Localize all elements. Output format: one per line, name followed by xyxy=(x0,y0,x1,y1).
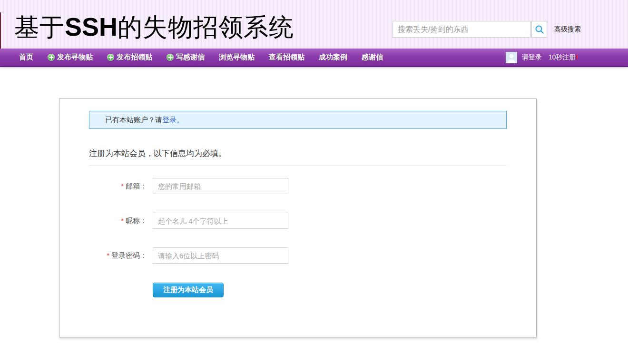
header-left-accent xyxy=(0,12,1,49)
email-label: *邮箱： xyxy=(89,182,147,191)
nav-item-write-thanks[interactable]: 写感谢信 xyxy=(167,53,205,62)
register-form: *邮箱： *昵称： *登录密码： 注册为本站会员 xyxy=(89,178,507,297)
register-submit-button[interactable]: 注册为本站会员 xyxy=(153,283,224,297)
plus-icon xyxy=(48,54,55,61)
plus-icon xyxy=(167,54,174,61)
password-label: *登录密码： xyxy=(89,251,147,260)
nav-item-label: 首页 xyxy=(19,53,33,62)
alert-text-suffix: 。 xyxy=(177,116,184,124)
register-exclamation: ! xyxy=(576,53,578,61)
email-label-text: 邮箱： xyxy=(126,182,147,190)
register-card: 已有本站账户？请登录。 注册为本站会员，以下信息均为必填。 *邮箱： *昵称： … xyxy=(59,98,537,337)
email-field[interactable] xyxy=(153,178,288,194)
nickname-label-text: 昵称： xyxy=(126,216,147,225)
nav-item-label: 查看招领贴 xyxy=(269,53,304,62)
site-title-prefix: 基于 xyxy=(14,14,65,41)
button-row: 注册为本站会员 xyxy=(153,283,507,297)
register-form-heading: 注册为本站会员，以下信息均为必填。 xyxy=(89,148,507,159)
plus-icon xyxy=(107,54,114,61)
site-title: 基于SSH的失物招领系统 xyxy=(14,9,294,46)
search-input[interactable] xyxy=(392,21,530,38)
register-link-label: 10秒注册 xyxy=(549,53,576,61)
advanced-search-link[interactable]: 高级搜索 xyxy=(554,21,581,38)
page-header: 基于SSH的失物招领系统 高级搜索 xyxy=(0,0,628,49)
nickname-field[interactable] xyxy=(153,213,288,229)
password-label-text: 登录密码： xyxy=(111,251,147,259)
form-row-email: *邮箱： xyxy=(89,178,507,194)
nav-item-post-found[interactable]: 发布招领贴 xyxy=(107,53,152,62)
login-link[interactable]: 请登录 xyxy=(522,53,542,62)
alert-text: 已有本站账户？请 xyxy=(105,116,162,124)
nickname-label: *昵称： xyxy=(89,216,147,226)
site-title-suffix: 的失物招领系统 xyxy=(118,14,294,41)
password-field[interactable] xyxy=(153,247,288,264)
search-button[interactable] xyxy=(531,21,547,38)
required-asterisk: * xyxy=(107,251,109,259)
form-row-nickname: *昵称： xyxy=(89,213,507,229)
user-avatar-icon xyxy=(506,52,517,63)
nav-item-thanks-letters[interactable]: 感谢信 xyxy=(362,53,383,62)
nav-item-label: 写感谢信 xyxy=(176,53,205,62)
required-asterisk: * xyxy=(121,216,124,225)
nav-item-label: 发布招领贴 xyxy=(117,53,152,62)
register-link[interactable]: 10秒注册! xyxy=(549,53,578,62)
nav-item-post-lost[interactable]: 发布寻物贴 xyxy=(48,53,93,62)
search-icon xyxy=(535,25,544,34)
nav-item-home[interactable]: 首页 xyxy=(19,53,33,62)
nav-item-label: 成功案例 xyxy=(319,53,347,62)
heading-divider xyxy=(89,165,507,166)
required-asterisk: * xyxy=(121,182,124,190)
main-navbar: 首页 发布寻物贴 发布招领贴 写感谢信 浏览寻物贴 查看招领贴 成功案例 感谢信… xyxy=(0,49,628,67)
page-footer xyxy=(0,359,628,364)
nav-item-view-found[interactable]: 查看招领贴 xyxy=(269,53,304,62)
existing-account-alert: 已有本站账户？请登录。 xyxy=(89,111,507,129)
nav-item-label: 浏览寻物贴 xyxy=(219,53,255,62)
nav-item-label: 感谢信 xyxy=(362,53,383,62)
user-area: 请登录 10秒注册! xyxy=(506,52,628,63)
page-body: 已有本站账户？请登录。 注册为本站会员，以下信息均为必填。 *邮箱： *昵称： … xyxy=(0,98,628,337)
site-title-acronym: SSH xyxy=(65,12,118,41)
alert-login-link[interactable]: 登录 xyxy=(162,116,177,124)
nav-item-success-cases[interactable]: 成功案例 xyxy=(319,53,347,62)
search-area: 高级搜索 xyxy=(392,21,581,38)
nav-item-label: 发布寻物贴 xyxy=(57,53,93,62)
form-row-password: *登录密码： xyxy=(89,247,507,264)
nav-item-browse-lost[interactable]: 浏览寻物贴 xyxy=(219,53,255,62)
